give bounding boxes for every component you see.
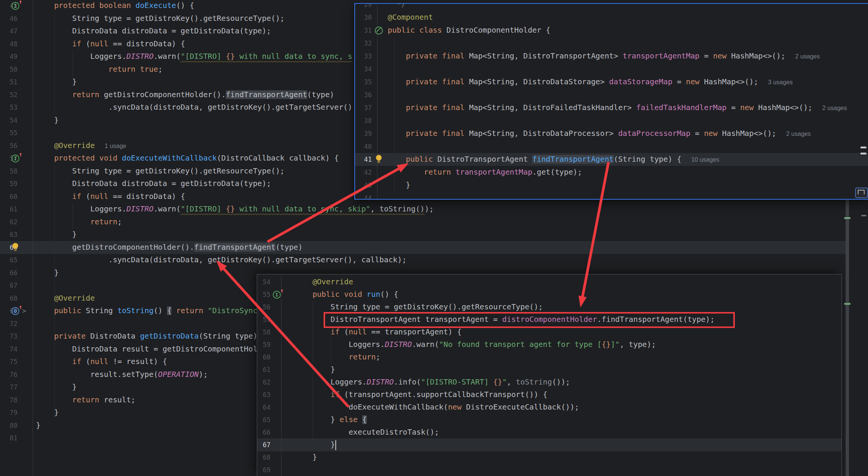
line-number[interactable]: 48	[0, 38, 17, 50]
intention-bulb-icon[interactable]	[11, 243, 21, 252]
code-line-51[interactable]: }	[36, 76, 77, 88]
line-number[interactable]: 30	[355, 11, 372, 24]
line-number[interactable]: 43	[355, 179, 372, 192]
line-number[interactable]: 60	[0, 190, 17, 203]
code-line-68[interactable]: }	[294, 451, 317, 464]
code-line-78[interactable]: return result;	[36, 394, 135, 407]
line-number[interactable]: 58	[0, 165, 17, 178]
line-number[interactable]: 44	[355, 192, 372, 200]
line-number[interactable]: 63	[0, 228, 17, 241]
code-line-58[interactable]: String type = getDistroKey().getResource…	[36, 165, 285, 178]
code-line-65[interactable]: } else {	[294, 413, 367, 426]
code-line-73[interactable]: private DistroData getDistroData(String …	[36, 330, 258, 343]
line-number[interactable]: 66	[257, 426, 270, 439]
usages-inlay-hint[interactable]: 2 usages	[795, 53, 820, 60]
overridden-method-icon[interactable]: O↑	[11, 306, 21, 316]
code-line-57[interactable]: DistroTransportAgent transportAgent = di…	[294, 313, 715, 326]
usages-inlay-hint[interactable]: 1 usage	[105, 143, 126, 149]
line-number[interactable]: 64	[257, 401, 270, 414]
line-number[interactable]: 54	[0, 114, 17, 127]
line-number[interactable]: 33	[355, 50, 372, 63]
line-number[interactable]: 55	[257, 288, 270, 301]
line-number[interactable]: 62	[257, 376, 270, 389]
peek-popup-usage[interactable]: 54 @Override55I↑ public void run() {56 S…	[257, 274, 842, 476]
code-line-79[interactable]: }	[36, 406, 59, 419]
code-line-63[interactable]: }	[36, 228, 77, 241]
line-number[interactable]: 65	[0, 254, 17, 266]
line-number[interactable]: 66	[0, 266, 17, 279]
usages-inlay-hint[interactable]: 3 usages	[768, 79, 793, 85]
code-line-80[interactable]: }	[36, 419, 41, 432]
code-line-62[interactable]: Loggers.DISTRO.info("[DISTRO-START] {}",…	[294, 376, 570, 389]
line-number[interactable]: 49	[0, 50, 17, 63]
line-number[interactable]: 73	[0, 330, 17, 343]
line-number[interactable]: 51	[0, 76, 17, 88]
spring-bean-icon[interactable]	[375, 25, 385, 35]
code-line-33[interactable]: private final Map<String, DistroTranspor…	[388, 50, 820, 63]
code-line-56[interactable]: @Override1 usage	[36, 139, 126, 153]
usages-inlay-hint[interactable]: 10 usages	[691, 156, 719, 163]
line-number[interactable]: 59	[0, 177, 17, 190]
code-line-35[interactable]: private final Map<String, DistroDataStor…	[388, 76, 793, 89]
line-number[interactable]: 59	[257, 338, 270, 351]
line-number[interactable]: 58	[257, 326, 270, 339]
line-number[interactable]: 72	[0, 317, 17, 330]
implementing-method-icon[interactable]: I↑	[11, 1, 21, 11]
line-number[interactable]: 40	[355, 140, 372, 153]
code-line-77[interactable]: }	[36, 381, 77, 394]
code-line-68[interactable]: @Override	[36, 292, 95, 305]
editor-scrollbar[interactable]	[846, 199, 849, 476]
code-line-54[interactable]: @Override	[294, 276, 353, 288]
code-line-43[interactable]: }	[388, 179, 410, 192]
code-line-66[interactable]: executeDistroTask();	[294, 426, 439, 439]
line-number[interactable]: 62	[0, 216, 17, 229]
line-number[interactable]: 60	[257, 351, 270, 364]
code-line-49[interactable]: Loggers.DISTRO.warn("[DISTRO] {} with nu…	[36, 50, 352, 63]
code-line-65[interactable]: .syncData(distroData, getDistroKey().get…	[36, 254, 407, 266]
code-line-30[interactable]: @Component	[388, 11, 433, 24]
code-line-64[interactable]: doExecuteWithCallback(new DistroExecuteC…	[294, 401, 579, 414]
code-line-52[interactable]: return getDistroComponentHolder().findTr…	[36, 88, 334, 101]
code-line-53[interactable]: .syncData(distroData, getDistroKey().get…	[36, 101, 352, 114]
line-number[interactable]: 61	[0, 203, 17, 216]
code-line-47[interactable]: DistroData distroData = getDistroData(ty…	[36, 25, 271, 38]
line-number[interactable]: 52	[0, 88, 17, 101]
code-line-75[interactable]: if (null != result) {	[36, 355, 167, 368]
line-number[interactable]: 35	[355, 76, 372, 88]
line-number[interactable]: 46	[0, 12, 17, 25]
usages-inlay-hint[interactable]: 2 usages	[822, 105, 847, 111]
code-line-67[interactable]: }	[294, 438, 336, 451]
line-number[interactable]: 37	[355, 101, 372, 114]
usages-inlay-hint[interactable]: 2 usages	[786, 131, 811, 137]
line-number[interactable]: 81	[0, 432, 17, 444]
code-line-59[interactable]: DistroData distroData = getDistroData(ty…	[36, 177, 271, 190]
line-number[interactable]: 63	[257, 388, 270, 401]
line-number[interactable]: 76	[0, 368, 17, 381]
line-number[interactable]: 68	[0, 292, 17, 305]
code-line-29[interactable]: */	[388, 3, 406, 11]
code-line-37[interactable]: private final Map<String, DistroFailedTa…	[388, 101, 847, 115]
code-line-56[interactable]: String type = getDistroKey().getResource…	[294, 301, 543, 314]
code-line-42[interactable]: return transportAgentMap.get(type);	[388, 166, 582, 179]
line-number[interactable]: 53	[0, 101, 17, 114]
code-line-61[interactable]: Loggers.DISTRO.warn("[DISTRO] {} with nu…	[36, 203, 434, 216]
line-number[interactable]: 39	[355, 127, 372, 140]
popup-corner-icon[interactable]	[855, 188, 868, 198]
intention-bulb-icon[interactable]	[375, 154, 385, 164]
line-number[interactable]: 79	[0, 406, 17, 419]
peek-popup-definition[interactable]: 29 */30@Component31public class DistroCo…	[354, 3, 868, 200]
line-number[interactable]: 54	[257, 276, 270, 288]
code-line-31[interactable]: public class DistroComponentHolder {	[388, 24, 550, 37]
line-number[interactable]: 55	[0, 126, 17, 139]
line-number[interactable]: 42	[355, 166, 372, 179]
line-number[interactable]: 36	[355, 88, 372, 101]
line-number[interactable]: 41	[355, 153, 372, 166]
code-line-48[interactable]: if (null == distroData) {	[36, 38, 185, 50]
line-number[interactable]: 31	[355, 24, 372, 37]
code-line-45[interactable]: protected boolean doExecute() {	[36, 0, 194, 12]
code-line-66[interactable]: }	[36, 266, 59, 279]
line-number[interactable]: 47	[0, 25, 17, 38]
line-number[interactable]: 78	[0, 394, 17, 407]
code-line-60[interactable]: return;	[294, 351, 380, 364]
code-line-63[interactable]: if (transportAgent.supportCallbackTransp…	[294, 388, 547, 401]
